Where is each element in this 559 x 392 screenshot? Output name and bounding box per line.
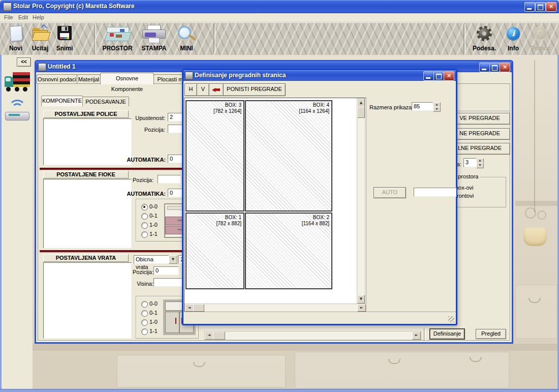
scroll-right-button[interactable]: ► <box>412 331 421 340</box>
resize-grip[interactable] <box>448 316 454 322</box>
scroll-right-button[interactable]: ► <box>357 304 366 312</box>
fioke-radio-1-0[interactable] <box>141 222 148 229</box>
fioke-pozicija-label: Pozicija: <box>131 176 153 185</box>
vrata-radio-1-0[interactable] <box>141 319 148 326</box>
prostora-group-item[interactable]: box-ovi <box>455 184 473 192</box>
sidebar-collapse-button[interactable]: << <box>17 57 31 67</box>
scroll-thumb[interactable] <box>213 331 225 340</box>
kitchen-cabinet <box>515 285 557 339</box>
kitchen-shelf-shadow <box>515 201 557 206</box>
scroll-left-button[interactable]: ◄ <box>185 304 194 312</box>
document-minimize-button[interactable] <box>479 63 490 72</box>
gear-icon <box>477 26 492 41</box>
tab-komponente[interactable]: KOMPONENTE <box>41 96 83 106</box>
printer-icon <box>142 25 166 43</box>
main-minimize-button[interactable] <box>524 2 535 12</box>
vrata-radio-1-1[interactable] <box>141 328 148 335</box>
visina-field[interactable] <box>153 278 183 287</box>
back-arrow-icon-bar <box>215 88 220 91</box>
partition-box-2[interactable]: BOX: 2[1164 x 882] <box>245 213 332 289</box>
toolbar-label: Ucitaj <box>28 44 52 53</box>
button-pregrade-1[interactable]: VE PREGRADE <box>449 113 510 125</box>
partition-box-3[interactable]: BOX: 3[782 x 1264] <box>185 100 244 212</box>
dropdown-button[interactable]: ▼ <box>169 255 177 264</box>
fioke-radio-0-1[interactable] <box>141 213 148 220</box>
document-hscrollbar[interactable]: ◄ ► <box>204 331 421 340</box>
dialog-close-button[interactable]: × <box>444 71 454 81</box>
toolbar-separator <box>213 24 215 53</box>
toolbar-button-mini[interactable]: MINI <box>172 25 201 53</box>
undo-split-button[interactable] <box>209 83 224 96</box>
fioke-radio-1-1[interactable] <box>141 231 148 238</box>
horizontal-split-button[interactable]: H <box>184 83 197 96</box>
dialog-minimize-button[interactable] <box>423 71 434 81</box>
kitchen-drawer <box>117 355 286 387</box>
toolbar-button-snimi[interactable]: Snimi <box>53 25 76 53</box>
vrata-listbox[interactable] <box>43 262 132 339</box>
toolbar-button-pomoc[interactable]: Pomoc <box>526 25 555 53</box>
tab-materijal[interactable]: Materijal <box>77 74 101 84</box>
toolbar-button-ucitaj[interactable]: Ucitaj <box>28 25 52 53</box>
main-maximize-button[interactable] <box>535 2 546 12</box>
toolbar-button-info[interactable]: i Info <box>502 25 524 53</box>
menu-edit[interactable]: Edit <box>18 13 28 22</box>
toolbar-button-novi[interactable]: Novi <box>4 25 27 53</box>
vrata-pozicija-field[interactable]: 0 <box>153 266 179 275</box>
kitchen-countertop <box>33 344 557 351</box>
auto-button[interactable]: AUTO <box>374 187 406 198</box>
definisanje-button[interactable]: Definisanje <box>430 329 464 339</box>
document-icon <box>38 63 46 71</box>
button-pregrade-2[interactable]: NE PREGRADE <box>449 128 510 140</box>
spinner-down-button[interactable]: ▼ <box>433 107 441 112</box>
button-pregrade-3[interactable]: LNE PREGRADE <box>449 143 510 155</box>
kitchen-lamp-ornament <box>537 210 546 220</box>
partition-box-1[interactable]: BOX: 1[782 x 882] <box>185 213 244 289</box>
menu-file[interactable]: File <box>4 13 13 22</box>
partition-box-4[interactable]: BOX: 4[1164 x 1264] <box>245 100 332 212</box>
scanner-icon[interactable] <box>5 100 30 123</box>
arrow-down-icon: ▼ <box>360 297 362 301</box>
tab-osnovni-podaci[interactable]: Osnovni podaci <box>37 74 77 84</box>
main-close-button[interactable]: × <box>546 2 556 12</box>
toolbar-button-stampa[interactable]: STAMPA <box>138 25 170 53</box>
truck-icon[interactable] <box>4 69 31 96</box>
pregled-button[interactable]: Pregled <box>476 329 506 339</box>
ponisti-pregrade-button[interactable]: PONISTI PREGRADE <box>223 83 286 96</box>
canvas-hscrollbar[interactable]: ◄ ► <box>184 304 366 312</box>
razmera-field[interactable]: 85 <box>412 102 436 111</box>
arrow-up-icon: ▲ <box>436 103 438 106</box>
scroll-thumb[interactable] <box>357 107 365 118</box>
tab-osnovne-komponente[interactable]: Osnovne Komponente <box>100 73 154 84</box>
scroll-thumb[interactable] <box>193 304 204 312</box>
dialog-icon <box>185 72 193 80</box>
dialog-maximize-button[interactable] <box>433 71 444 81</box>
canvas-vscrollbar[interactable]: ▲ ▼ <box>357 98 365 304</box>
scroll-up-button[interactable]: ▲ <box>357 99 365 107</box>
scroll-left-button[interactable]: ◄ <box>205 331 213 340</box>
arrow-left-icon: ◄ <box>208 333 210 337</box>
fioke-radio-0-0[interactable] <box>141 204 148 210</box>
tab-podesavanje[interactable]: PODESAVANJE <box>82 97 129 106</box>
document-close-button[interactable]: × <box>500 63 510 72</box>
fioke-pozicija-field[interactable] <box>158 175 181 184</box>
toolbar-button-podesa[interactable]: Podesa. <box>469 25 500 53</box>
auto-value-field[interactable] <box>414 188 456 197</box>
document-maximize-button[interactable] <box>489 63 500 72</box>
razmera-label: Razmera prikaza: <box>369 103 413 112</box>
box-size: [1164 x 1264] <box>299 108 329 114</box>
back-arrow-icon <box>212 88 215 92</box>
box-size: [1164 x 882] <box>302 221 329 226</box>
vrata-radio-0-1[interactable] <box>141 310 148 317</box>
close-icon: × <box>503 64 507 70</box>
menu-help[interactable]: Help <box>33 13 44 22</box>
vrata-radio-0-0[interactable] <box>141 301 148 308</box>
prostora-group-item[interactable]: frontovi <box>455 192 474 200</box>
section-divider <box>40 168 183 170</box>
vrata-type-dropdown[interactable]: Obicna vrata <box>134 255 169 264</box>
vertical-split-button[interactable]: V <box>197 83 209 96</box>
toolbar-label: Podesa. <box>469 44 500 53</box>
toolbar-button-prostor[interactable]: PROSTOR <box>100 25 135 53</box>
scroll-down-button[interactable]: ▼ <box>357 295 365 304</box>
fioke-automatika-label: AUTOMATIKA: <box>117 190 166 198</box>
spinner-down-button[interactable]: ▼ <box>476 163 484 168</box>
